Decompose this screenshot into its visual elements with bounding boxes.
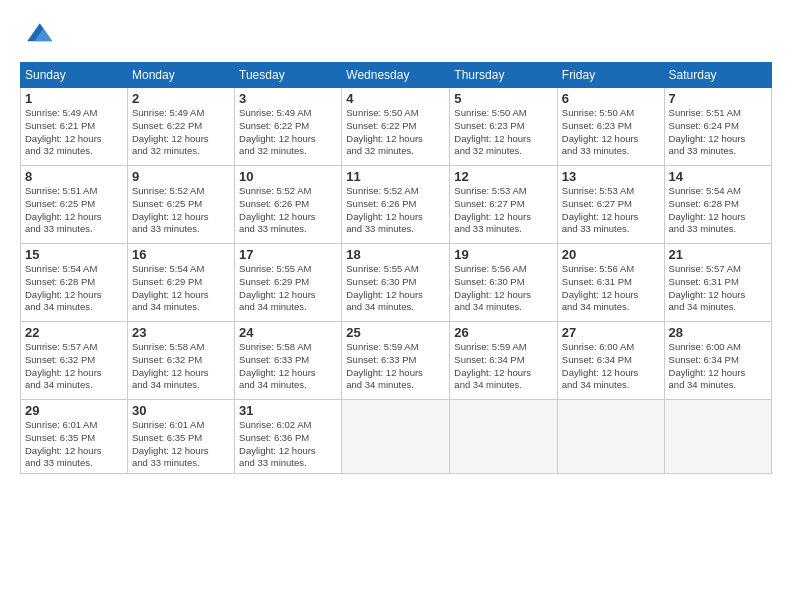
day-number: 29: [25, 403, 123, 418]
calendar-cell: 3Sunrise: 5:49 AM Sunset: 6:22 PM Daylig…: [235, 88, 342, 166]
calendar-cell: 20Sunrise: 5:56 AM Sunset: 6:31 PM Dayli…: [557, 244, 664, 322]
weekday-header-saturday: Saturday: [664, 63, 771, 88]
day-number: 18: [346, 247, 445, 262]
day-number: 14: [669, 169, 767, 184]
calendar-week-3: 15Sunrise: 5:54 AM Sunset: 6:28 PM Dayli…: [21, 244, 772, 322]
day-number: 9: [132, 169, 230, 184]
day-content: Sunrise: 5:49 AM Sunset: 6:22 PM Dayligh…: [239, 107, 337, 158]
calendar-week-2: 8Sunrise: 5:51 AM Sunset: 6:25 PM Daylig…: [21, 166, 772, 244]
logo: [20, 16, 60, 52]
day-content: Sunrise: 5:59 AM Sunset: 6:33 PM Dayligh…: [346, 341, 445, 392]
calendar-cell: 6Sunrise: 5:50 AM Sunset: 6:23 PM Daylig…: [557, 88, 664, 166]
calendar-cell: 13Sunrise: 5:53 AM Sunset: 6:27 PM Dayli…: [557, 166, 664, 244]
calendar-cell: 8Sunrise: 5:51 AM Sunset: 6:25 PM Daylig…: [21, 166, 128, 244]
day-content: Sunrise: 5:57 AM Sunset: 6:31 PM Dayligh…: [669, 263, 767, 314]
calendar-cell: 14Sunrise: 5:54 AM Sunset: 6:28 PM Dayli…: [664, 166, 771, 244]
calendar-cell: 9Sunrise: 5:52 AM Sunset: 6:25 PM Daylig…: [127, 166, 234, 244]
day-number: 28: [669, 325, 767, 340]
calendar-cell: 23Sunrise: 5:58 AM Sunset: 6:32 PM Dayli…: [127, 322, 234, 400]
day-content: Sunrise: 5:58 AM Sunset: 6:33 PM Dayligh…: [239, 341, 337, 392]
day-content: Sunrise: 5:54 AM Sunset: 6:29 PM Dayligh…: [132, 263, 230, 314]
day-content: Sunrise: 5:59 AM Sunset: 6:34 PM Dayligh…: [454, 341, 552, 392]
calendar-cell: [450, 400, 557, 474]
calendar-cell: 10Sunrise: 5:52 AM Sunset: 6:26 PM Dayli…: [235, 166, 342, 244]
day-number: 6: [562, 91, 660, 106]
calendar-cell: 7Sunrise: 5:51 AM Sunset: 6:24 PM Daylig…: [664, 88, 771, 166]
calendar-cell: 26Sunrise: 5:59 AM Sunset: 6:34 PM Dayli…: [450, 322, 557, 400]
calendar-cell: 22Sunrise: 5:57 AM Sunset: 6:32 PM Dayli…: [21, 322, 128, 400]
logo-icon: [20, 16, 56, 52]
calendar-cell: 25Sunrise: 5:59 AM Sunset: 6:33 PM Dayli…: [342, 322, 450, 400]
calendar-cell: 15Sunrise: 5:54 AM Sunset: 6:28 PM Dayli…: [21, 244, 128, 322]
calendar-cell: 17Sunrise: 5:55 AM Sunset: 6:29 PM Dayli…: [235, 244, 342, 322]
day-content: Sunrise: 5:49 AM Sunset: 6:22 PM Dayligh…: [132, 107, 230, 158]
calendar-cell: [664, 400, 771, 474]
weekday-header-tuesday: Tuesday: [235, 63, 342, 88]
calendar-cell: 5Sunrise: 5:50 AM Sunset: 6:23 PM Daylig…: [450, 88, 557, 166]
day-content: Sunrise: 5:51 AM Sunset: 6:25 PM Dayligh…: [25, 185, 123, 236]
day-content: Sunrise: 5:51 AM Sunset: 6:24 PM Dayligh…: [669, 107, 767, 158]
calendar-cell: 16Sunrise: 5:54 AM Sunset: 6:29 PM Dayli…: [127, 244, 234, 322]
calendar-cell: 19Sunrise: 5:56 AM Sunset: 6:30 PM Dayli…: [450, 244, 557, 322]
calendar-cell: 28Sunrise: 6:00 AM Sunset: 6:34 PM Dayli…: [664, 322, 771, 400]
day-content: Sunrise: 5:53 AM Sunset: 6:27 PM Dayligh…: [454, 185, 552, 236]
day-number: 30: [132, 403, 230, 418]
calendar-cell: 31Sunrise: 6:02 AM Sunset: 6:36 PM Dayli…: [235, 400, 342, 474]
day-content: Sunrise: 5:54 AM Sunset: 6:28 PM Dayligh…: [25, 263, 123, 314]
calendar-cell: 24Sunrise: 5:58 AM Sunset: 6:33 PM Dayli…: [235, 322, 342, 400]
day-content: Sunrise: 6:02 AM Sunset: 6:36 PM Dayligh…: [239, 419, 337, 470]
day-content: Sunrise: 5:55 AM Sunset: 6:29 PM Dayligh…: [239, 263, 337, 314]
calendar-week-5: 29Sunrise: 6:01 AM Sunset: 6:35 PM Dayli…: [21, 400, 772, 474]
day-number: 17: [239, 247, 337, 262]
day-content: Sunrise: 5:56 AM Sunset: 6:30 PM Dayligh…: [454, 263, 552, 314]
day-number: 4: [346, 91, 445, 106]
day-number: 27: [562, 325, 660, 340]
day-number: 24: [239, 325, 337, 340]
calendar-cell: 27Sunrise: 6:00 AM Sunset: 6:34 PM Dayli…: [557, 322, 664, 400]
day-content: Sunrise: 5:50 AM Sunset: 6:23 PM Dayligh…: [454, 107, 552, 158]
day-number: 25: [346, 325, 445, 340]
day-content: Sunrise: 6:01 AM Sunset: 6:35 PM Dayligh…: [25, 419, 123, 470]
day-content: Sunrise: 5:58 AM Sunset: 6:32 PM Dayligh…: [132, 341, 230, 392]
day-number: 16: [132, 247, 230, 262]
calendar-cell: 1Sunrise: 5:49 AM Sunset: 6:21 PM Daylig…: [21, 88, 128, 166]
day-content: Sunrise: 5:49 AM Sunset: 6:21 PM Dayligh…: [25, 107, 123, 158]
day-number: 20: [562, 247, 660, 262]
calendar-cell: 29Sunrise: 6:01 AM Sunset: 6:35 PM Dayli…: [21, 400, 128, 474]
day-number: 19: [454, 247, 552, 262]
calendar-cell: 4Sunrise: 5:50 AM Sunset: 6:22 PM Daylig…: [342, 88, 450, 166]
calendar-week-1: 1Sunrise: 5:49 AM Sunset: 6:21 PM Daylig…: [21, 88, 772, 166]
weekday-header-sunday: Sunday: [21, 63, 128, 88]
calendar-cell: 12Sunrise: 5:53 AM Sunset: 6:27 PM Dayli…: [450, 166, 557, 244]
day-number: 15: [25, 247, 123, 262]
day-number: 31: [239, 403, 337, 418]
day-content: Sunrise: 5:54 AM Sunset: 6:28 PM Dayligh…: [669, 185, 767, 236]
calendar-cell: [342, 400, 450, 474]
day-number: 5: [454, 91, 552, 106]
day-content: Sunrise: 6:00 AM Sunset: 6:34 PM Dayligh…: [562, 341, 660, 392]
day-content: Sunrise: 5:57 AM Sunset: 6:32 PM Dayligh…: [25, 341, 123, 392]
day-content: Sunrise: 5:55 AM Sunset: 6:30 PM Dayligh…: [346, 263, 445, 314]
calendar-cell: 30Sunrise: 6:01 AM Sunset: 6:35 PM Dayli…: [127, 400, 234, 474]
day-number: 3: [239, 91, 337, 106]
calendar-cell: 11Sunrise: 5:52 AM Sunset: 6:26 PM Dayli…: [342, 166, 450, 244]
day-content: Sunrise: 5:52 AM Sunset: 6:26 PM Dayligh…: [239, 185, 337, 236]
weekday-header-wednesday: Wednesday: [342, 63, 450, 88]
day-content: Sunrise: 6:01 AM Sunset: 6:35 PM Dayligh…: [132, 419, 230, 470]
day-content: Sunrise: 5:56 AM Sunset: 6:31 PM Dayligh…: [562, 263, 660, 314]
calendar-week-4: 22Sunrise: 5:57 AM Sunset: 6:32 PM Dayli…: [21, 322, 772, 400]
day-number: 12: [454, 169, 552, 184]
page: SundayMondayTuesdayWednesdayThursdayFrid…: [0, 0, 792, 612]
header: [20, 16, 772, 52]
day-content: Sunrise: 5:52 AM Sunset: 6:25 PM Dayligh…: [132, 185, 230, 236]
day-number: 7: [669, 91, 767, 106]
day-number: 10: [239, 169, 337, 184]
day-number: 22: [25, 325, 123, 340]
day-number: 8: [25, 169, 123, 184]
weekday-header-monday: Monday: [127, 63, 234, 88]
calendar-cell: 21Sunrise: 5:57 AM Sunset: 6:31 PM Dayli…: [664, 244, 771, 322]
calendar-cell: 18Sunrise: 5:55 AM Sunset: 6:30 PM Dayli…: [342, 244, 450, 322]
weekday-header-friday: Friday: [557, 63, 664, 88]
day-number: 23: [132, 325, 230, 340]
day-number: 2: [132, 91, 230, 106]
